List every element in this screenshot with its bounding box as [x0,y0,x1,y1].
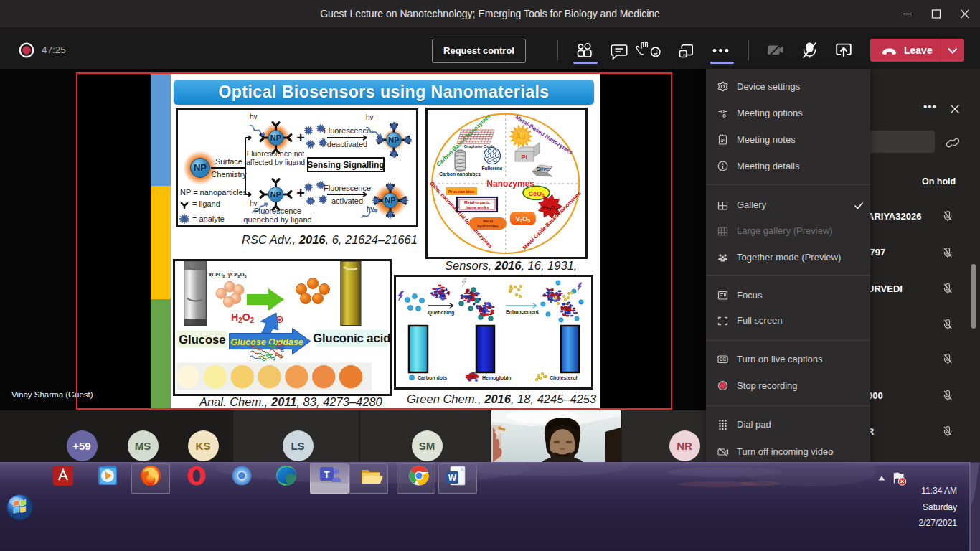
svg-text:Glucose Oxidase: Glucose Oxidase [230,337,303,347]
svg-text:Pt: Pt [522,154,528,161]
svg-text:Metal-organic: Metal-organic [464,200,490,204]
svg-text:Chemistry: Chemistry [211,170,247,179]
svg-text:deactivated: deactivated [327,140,367,149]
svg-text:Silver: Silver [537,166,552,172]
svg-text:2/27/2021: 2/27/2021 [919,518,958,528]
svg-text:W: W [448,473,457,483]
svg-text:NP = nanoparticles: NP = nanoparticles [180,188,248,197]
svg-text:Glucose: Glucose [179,333,225,346]
svg-text:Prussian bloc: Prussian bloc [448,189,474,194]
svg-text:+: + [296,130,305,146]
svg-text:Fluorescence: Fluorescence [254,207,301,215]
svg-text:Au: Au [516,133,525,141]
svg-text:= ligand: = ligand [192,199,220,208]
svg-text:H2O2: H2O2 [231,311,255,324]
svg-text:NP: NP [270,133,281,142]
svg-text:xCeO2 .yCe2O3: xCeO2 .yCe2O3 [209,271,247,278]
svg-text:Fluorescence not: Fluorescence not [247,149,305,158]
svg-text:Saturday: Saturday [923,502,957,512]
svg-text:= analyte: = analyte [192,215,225,223]
svg-text:11:34 AM: 11:34 AM [921,486,957,496]
svg-text:Fluorescence: Fluorescence [324,184,371,192]
svg-text:T: T [324,469,330,480]
svg-text:Surface: Surface [215,157,242,166]
svg-text:hydroxides: hydroxides [477,224,498,228]
svg-text:Fluorescence: Fluorescence [324,126,371,135]
svg-text:NP: NP [388,136,399,144]
svg-text:affected by ligand: affected by ligand [246,158,305,166]
svg-text:NP: NP [270,190,281,199]
svg-text:frame works: frame works [466,205,489,209]
svg-text:hv: hv [250,113,258,121]
svg-text:hv: hv [366,113,374,121]
svg-text:NP: NP [194,162,207,173]
svg-text:activated: activated [331,197,363,205]
svg-text:Hemoglobin: Hemoglobin [482,375,511,381]
svg-text:Cholesterol: Cholesterol [550,375,578,380]
svg-text:Carbon nanotubes: Carbon nanotubes [439,171,481,176]
svg-text:quenched by ligand: quenched by ligand [243,215,311,224]
svg-text:NP: NP [385,196,395,204]
svg-text:Sensing Signalling: Sensing Signalling [307,160,384,170]
svg-text:CC: CC [720,357,727,362]
svg-text:Metal: Metal [483,219,494,223]
svg-text:Enhancement: Enhancement [506,309,540,314]
svg-text:Fullerene: Fullerene [482,166,503,171]
svg-text:Quenching: Quenching [428,310,455,316]
svg-text:+: + [296,185,305,201]
svg-text:Gluconic acid: Gluconic acid [313,331,390,344]
svg-text:Carbon dots: Carbon dots [418,375,447,380]
